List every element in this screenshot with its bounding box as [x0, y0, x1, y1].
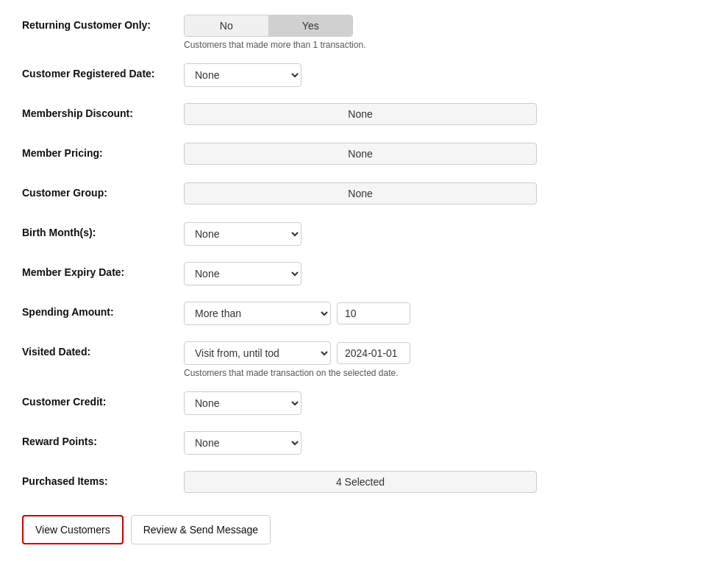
spending-amount-row: Spending Amount: More than Less than Equ… [22, 302, 537, 328]
member-pricing-control: None [184, 143, 537, 165]
reward-points-label: Reward Points: [22, 431, 184, 447]
member-pricing-button[interactable]: None [184, 143, 537, 165]
birth-months-select[interactable]: None [184, 222, 301, 246]
spending-amount-control: More than Less than Equal to [184, 302, 537, 325]
member-pricing-row: Member Pricing: None [22, 143, 537, 169]
customer-credit-row: Customer Credit: None [22, 391, 537, 418]
spending-amount-input[interactable] [337, 302, 410, 324]
member-pricing-label: Member Pricing: [22, 143, 184, 159]
view-customers-button[interactable]: View Customers [22, 515, 124, 544]
member-expiry-date-label: Member Expiry Date: [22, 262, 184, 278]
spending-amount-inline: More than Less than Equal to [184, 302, 537, 325]
purchased-items-row: Purchased Items: 4 Selected [22, 471, 537, 497]
birth-months-control: None [184, 222, 537, 246]
visited-dated-inline: Visit from, until tod Visit from Until t… [184, 341, 537, 365]
purchased-items-button[interactable]: 4 Selected [184, 471, 537, 493]
visited-dated-row: Visited Dated: Visit from, until tod Vis… [22, 341, 537, 378]
action-buttons: View Customers Review & Send Message [22, 515, 537, 544]
customer-credit-control: None [184, 391, 537, 415]
returning-customer-row: Returning Customer Only: No Yes Customer… [22, 15, 537, 50]
spending-amount-select[interactable]: More than Less than Equal to [184, 302, 331, 325]
form-container: Returning Customer Only: No Yes Customer… [22, 15, 537, 544]
customer-group-row: Customer Group: None [22, 182, 537, 209]
customer-registered-date-select[interactable]: None [184, 63, 301, 87]
membership-discount-button[interactable]: None [184, 103, 537, 125]
customer-registered-date-row: Customer Registered Date: None [22, 63, 537, 90]
customer-registered-date-label: Customer Registered Date: [22, 63, 184, 79]
membership-discount-label: Membership Discount: [22, 103, 184, 119]
customer-group-button[interactable]: None [184, 182, 537, 205]
customer-registered-date-control: None [184, 63, 537, 87]
reward-points-select[interactable]: None [184, 431, 301, 455]
visited-dated-label: Visited Dated: [22, 341, 184, 358]
reward-points-row: Reward Points: None [22, 431, 537, 458]
customer-credit-select[interactable]: None [184, 391, 301, 415]
returning-customer-toggle[interactable]: No Yes [184, 15, 353, 37]
purchased-items-label: Purchased Items: [22, 471, 184, 487]
purchased-items-control: 4 Selected [184, 471, 537, 493]
membership-discount-control: None [184, 103, 537, 125]
visited-dated-select[interactable]: Visit from, until tod Visit from Until t… [184, 341, 331, 365]
customer-group-label: Customer Group: [22, 182, 184, 199]
reward-points-control: None [184, 431, 537, 455]
customer-group-control: None [184, 182, 537, 205]
membership-discount-row: Membership Discount: None [22, 103, 537, 129]
customer-credit-label: Customer Credit: [22, 391, 184, 408]
toggle-no-button[interactable]: No [185, 15, 269, 36]
visited-dated-hint: Customers that made transaction on the s… [184, 368, 537, 378]
member-expiry-date-row: Member Expiry Date: None [22, 262, 537, 288]
visited-dated-control: Visit from, until tod Visit from Until t… [184, 341, 537, 378]
birth-months-label: Birth Month(s): [22, 222, 184, 238]
member-expiry-date-control: None [184, 262, 537, 285]
returning-customer-control: No Yes Customers that made more than 1 t… [184, 15, 537, 50]
returning-customer-label: Returning Customer Only: [22, 15, 184, 31]
birth-months-row: Birth Month(s): None [22, 222, 537, 249]
returning-customer-hint: Customers that made more than 1 transact… [184, 40, 537, 50]
review-send-button[interactable]: Review & Send Message [131, 515, 271, 544]
member-expiry-date-select[interactable]: None [184, 262, 301, 285]
spending-amount-label: Spending Amount: [22, 302, 184, 318]
toggle-yes-button[interactable]: Yes [269, 15, 353, 36]
visited-dated-input[interactable] [337, 342, 410, 364]
